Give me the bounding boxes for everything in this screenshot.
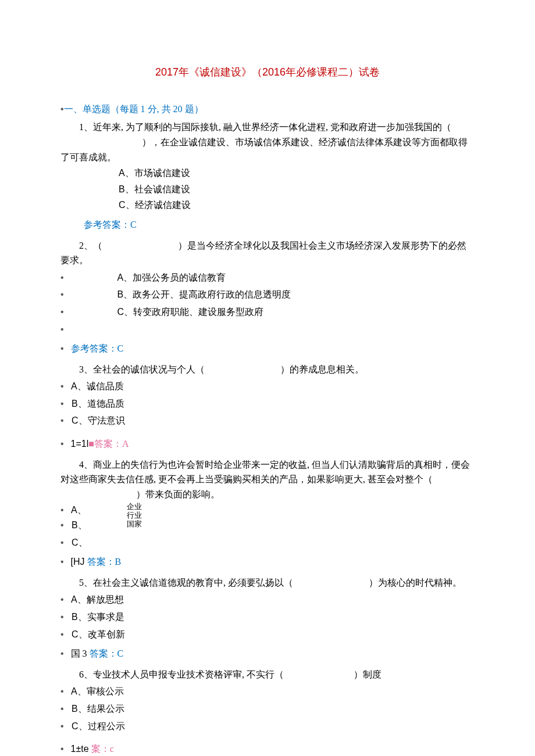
q5-option-c: • C、改革创新 [60, 627, 475, 642]
page-title: 2017年《诚信建设》（2016年必修课程二）试卷 [60, 64, 475, 81]
q4-option-b: B、 [72, 520, 87, 530]
q6-option-a: • A、审核公示 [60, 684, 475, 699]
q4-label-enterprise: 企业 [127, 503, 142, 511]
q5-option-a: • A、解放思想 [60, 592, 475, 607]
q5-option-b: • B、实事求是 [60, 610, 475, 625]
q1-option-b: B、社会诚信建设 [60, 182, 475, 197]
q4-answer: • [HJ 答案：B [60, 554, 475, 569]
q6-answer: • 1±te 案：c [60, 741, 475, 756]
q3-option-a: • A、诚信品质 [60, 379, 475, 394]
q4-text: 4、商业上的失信行为也许会暂时给企业带来一定的收益, 但当人们认清欺骗背后的真相… [60, 457, 475, 502]
section-header-single-choice: •一、单选题（每题 1 分, 共 20 题） [60, 102, 475, 117]
q4-options-row: • A、 • B、 企业 行业 国家 [60, 503, 475, 532]
q3-answer: • 1=1l■答案：A [60, 436, 475, 452]
q6-text: 6、专业技术人员申报专业技术资格评审, 不实行（）制度 [60, 667, 475, 682]
q6-option-c: • C、过程公示 [60, 719, 475, 734]
q1-text: 1、近年来, 为了顺利的与国际接轨, 融入世界经济一体化进程, 党和政府进一步加… [60, 120, 475, 164]
q2-text: 2、（）是当今经济全球化以及我国社会主义市场经济深入发展形势下的必然要求。 [60, 238, 475, 268]
q1-option-c: C、经济诚信建设 [60, 198, 475, 213]
q5-answer: • 国 3 答案：C [60, 646, 475, 661]
q4-label-country: 国家 [127, 520, 142, 529]
q6-option-b: • B、结果公示 [60, 701, 475, 716]
q2-option-b: •B、政务公开、提高政府行政的信息透明度 [60, 287, 475, 302]
q4-label-industry: 行业 [127, 511, 142, 520]
q2-option-c: •C、转变政府职能、建设服务型政府 [60, 304, 475, 320]
q3-option-b: • B、道德品质 [60, 396, 475, 411]
q4-option-c: • C、 [60, 535, 475, 550]
q5-text: 5、在社会主义诚信道德观的教育中, 必须要弘扬以（）为核心的时代精神。 [60, 575, 475, 590]
q1-option-a: A、市场诚信建设 [60, 166, 475, 181]
q2-option-a: •A、加强公务员的诚信教育 [60, 270, 475, 285]
q4-option-a: A、 [71, 505, 87, 515]
q1-answer: 参考答案：C [60, 217, 475, 232]
q3-text: 3、全社会的诚信状况与个人（）的养成息息相关。 [60, 362, 475, 377]
q3-option-c: • C、守法意识 [60, 413, 475, 428]
q2-empty-bullet: • [60, 322, 475, 337]
q2-answer: • 参考答案：C [60, 341, 475, 356]
